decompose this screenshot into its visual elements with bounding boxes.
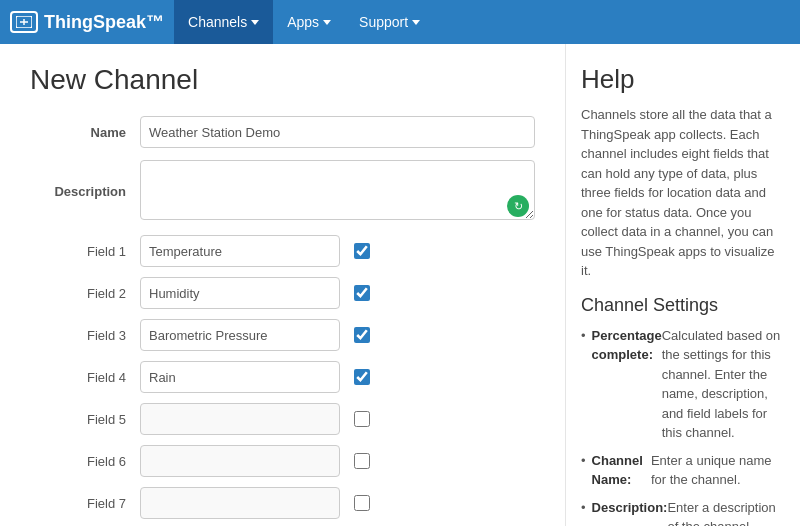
field-checkbox-6[interactable] xyxy=(354,453,370,469)
field-checkbox-7[interactable] xyxy=(354,495,370,511)
field-row-2: Field 2 xyxy=(30,277,535,309)
field-row-1: Field 1 xyxy=(30,235,535,267)
field-input-3[interactable] xyxy=(140,319,340,351)
help-intro: Channels store all the data that a Thing… xyxy=(581,105,785,281)
help-panel: Help Channels store all the data that a … xyxy=(565,44,800,526)
help-section-title: Channel Settings xyxy=(581,295,785,316)
help-title: Help xyxy=(581,64,785,95)
field-row-5: Field 5 xyxy=(30,403,535,435)
name-label: Name xyxy=(30,125,140,140)
field-input-5[interactable] xyxy=(140,403,340,435)
field-label-3: Field 3 xyxy=(30,328,140,343)
brand-name: ThingSpeak™ xyxy=(44,12,164,33)
fields-container: Field 1Field 2Field 3Field 4Field 5Field… xyxy=(30,235,535,519)
field-checkbox-5[interactable] xyxy=(354,411,370,427)
field-label-6: Field 6 xyxy=(30,454,140,469)
description-label: Description xyxy=(30,184,140,199)
field-label-1: Field 1 xyxy=(30,244,140,259)
nav-channels[interactable]: Channels xyxy=(174,0,273,44)
field-input-7[interactable] xyxy=(140,487,340,519)
nav-support[interactable]: Support xyxy=(345,0,434,44)
field-row-6: Field 6 xyxy=(30,445,535,477)
field-checkbox-2[interactable] xyxy=(354,285,370,301)
field-checkbox-1[interactable] xyxy=(354,243,370,259)
textarea-refresh-icon[interactable]: ↻ xyxy=(507,195,529,217)
help-list-item: Channel Name: Enter a unique name for th… xyxy=(581,451,785,490)
help-list-item: Description: Enter a description of the … xyxy=(581,498,785,527)
logo-icon xyxy=(10,11,38,33)
field-row-7: Field 7 xyxy=(30,487,535,519)
page-title: New Channel xyxy=(30,64,535,96)
field-input-1[interactable] xyxy=(140,235,340,267)
field-row-3: Field 3 xyxy=(30,319,535,351)
navbar: ThingSpeak™ Channels Apps Support xyxy=(0,0,800,44)
description-textarea[interactable] xyxy=(140,160,535,220)
description-wrapper: ↻ xyxy=(140,160,535,223)
field-checkbox-4[interactable] xyxy=(354,369,370,385)
name-input[interactable] xyxy=(140,116,535,148)
field-row-4: Field 4 xyxy=(30,361,535,393)
field-label-2: Field 2 xyxy=(30,286,140,301)
field-label-5: Field 5 xyxy=(30,412,140,427)
help-list-item: Percentage complete: Calculated based on… xyxy=(581,326,785,443)
support-caret-icon xyxy=(412,20,420,25)
field-checkbox-3[interactable] xyxy=(354,327,370,343)
help-list: Percentage complete: Calculated based on… xyxy=(581,326,785,527)
field-input-4[interactable] xyxy=(140,361,340,393)
main-container: New Channel Name Description ↻ Field 1Fi… xyxy=(0,44,800,526)
field-input-6[interactable] xyxy=(140,445,340,477)
brand-logo[interactable]: ThingSpeak™ xyxy=(10,11,164,33)
apps-caret-icon xyxy=(323,20,331,25)
nav-apps[interactable]: Apps xyxy=(273,0,345,44)
field-label-4: Field 4 xyxy=(30,370,140,385)
field-input-2[interactable] xyxy=(140,277,340,309)
description-row: Description ↻ xyxy=(30,160,535,223)
field-label-7: Field 7 xyxy=(30,496,140,511)
channels-caret-icon xyxy=(251,20,259,25)
form-panel: New Channel Name Description ↻ Field 1Fi… xyxy=(0,44,565,526)
name-row: Name xyxy=(30,116,535,148)
